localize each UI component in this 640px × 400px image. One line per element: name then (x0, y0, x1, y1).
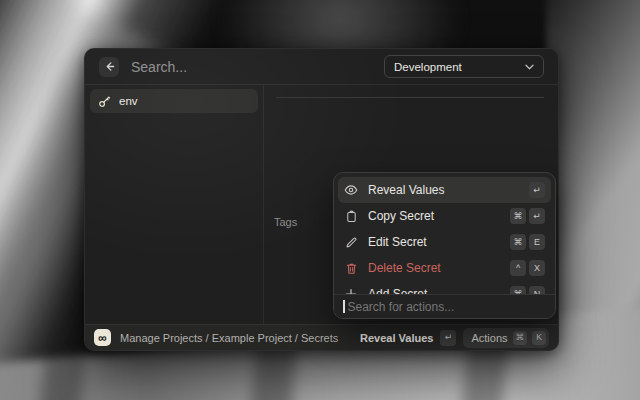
actions-context-menu: Reveal Values ↵ Copy Secret ⌘ ↵ (333, 172, 556, 319)
chevron-down-icon (525, 64, 534, 70)
return-key-badge: ↵ (440, 330, 456, 346)
topbar: Search... Development (85, 49, 558, 85)
return-key-badge: ↵ (529, 182, 545, 198)
return-key-badge: ↵ (529, 208, 545, 224)
sidebar-item-label: env (119, 95, 138, 107)
search-input[interactable]: Search... (131, 59, 187, 75)
menu-item-reveal-values[interactable]: Reveal Values ↵ (338, 177, 551, 203)
menu-item-label: Delete Secret (368, 261, 441, 275)
key-icon (98, 95, 111, 108)
x-key-badge: X (529, 260, 545, 276)
shortcut-keys: ^ X (510, 260, 545, 276)
breadcrumb: Manage Projects / Example Project / Secr… (120, 332, 338, 344)
menu-item-delete-secret[interactable]: Delete Secret ^ X (338, 255, 551, 281)
n-key-badge: N (529, 286, 545, 294)
tags-label: Tags (274, 216, 297, 228)
sidebar-item-env[interactable]: env (90, 89, 258, 113)
menu-search-placeholder: Search for actions... (348, 300, 455, 314)
menu-item-label: Add Secret (368, 287, 427, 294)
command-key-badge: ⌘ (510, 286, 526, 294)
menu-search-input[interactable]: Search for actions... (334, 294, 555, 318)
command-key-badge: ⌘ (513, 331, 528, 345)
menu-item-label: Edit Secret (368, 235, 427, 249)
menu-item-label: Copy Secret (368, 209, 434, 223)
control-key-badge: ^ (510, 260, 526, 276)
menu-item-copy-secret[interactable]: Copy Secret ⌘ ↵ (338, 203, 551, 229)
back-button[interactable] (99, 57, 119, 77)
shortcut-keys: ⌘ ↵ (510, 208, 545, 224)
clipboard-icon (344, 210, 358, 223)
actions-label: Actions (471, 332, 507, 344)
menu-item-label: Reveal Values (368, 183, 445, 197)
primary-action-label[interactable]: Reveal Values (360, 332, 433, 344)
text-caret (343, 300, 345, 313)
shortcut-keys: ⌘ E (510, 234, 545, 250)
statusbar-actions: Reveal Values ↵ Actions ⌘ K (360, 328, 549, 348)
sidebar: env (85, 85, 264, 324)
trash-icon (344, 262, 358, 275)
k-key-badge: K (532, 331, 546, 345)
environment-dropdown-value: Development (394, 61, 462, 73)
menu-item-add-secret[interactable]: Add Secret ⌘ N (338, 281, 551, 294)
shortcut-keys: ⌘ N (510, 286, 545, 294)
app-logo-infinity-icon: ∞ (94, 329, 111, 346)
detail-divider (276, 97, 544, 98)
actions-button[interactable]: Actions ⌘ K (463, 328, 549, 348)
shortcut-keys: ↵ (529, 182, 545, 198)
menu-item-edit-secret[interactable]: Edit Secret ⌘ E (338, 229, 551, 255)
menu-list: Reveal Values ↵ Copy Secret ⌘ ↵ (334, 173, 555, 294)
e-key-badge: E (529, 234, 545, 250)
command-key-badge: ⌘ (510, 234, 526, 250)
command-key-badge: ⌘ (510, 208, 526, 224)
arrow-left-icon (104, 61, 115, 72)
desktop: Search... Development env Tags (0, 0, 640, 400)
environment-dropdown[interactable]: Development (384, 55, 544, 78)
eye-icon (344, 183, 358, 197)
statusbar: ∞ Manage Projects / Example Project / Se… (85, 324, 558, 350)
pencil-icon (344, 236, 358, 249)
